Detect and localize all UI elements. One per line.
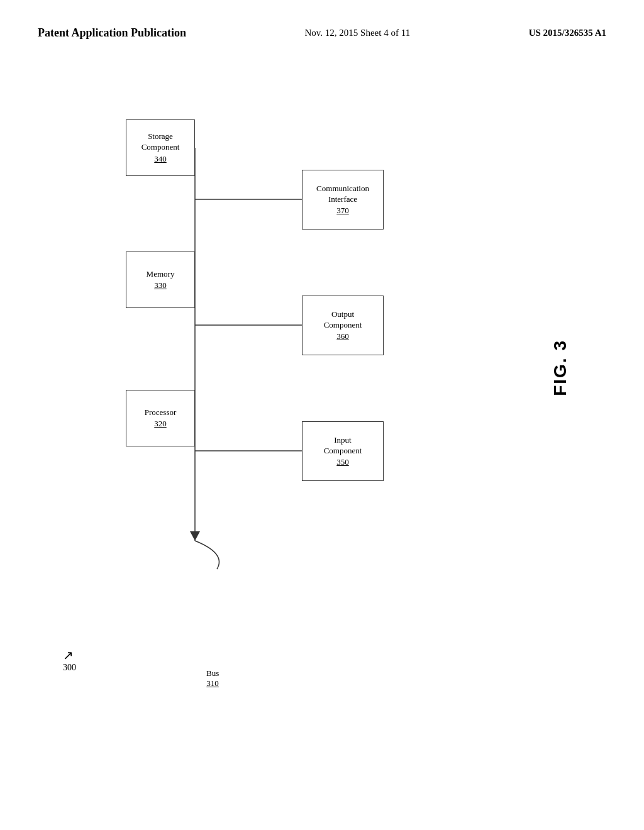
- communication-interface-box: CommunicationInterface 370: [302, 170, 384, 230]
- figure-label: FIG. 3: [549, 340, 572, 396]
- publication-title: Patent Application Publication: [38, 25, 186, 41]
- memory-label: Memory: [147, 269, 175, 280]
- sheet-info: Nov. 12, 2015 Sheet 4 of 11: [305, 25, 411, 40]
- system-arrow: ↗: [63, 648, 74, 662]
- bus-label: Bus 310: [206, 668, 219, 689]
- memory-box: Memory 330: [126, 252, 195, 308]
- bus-text: Bus: [206, 668, 219, 678]
- input-number: 350: [336, 457, 349, 467]
- storage-label: StorageComponent: [142, 131, 180, 153]
- comm-label: CommunicationInterface: [316, 184, 369, 205]
- fig-text: FIG. 3: [550, 340, 570, 396]
- storage-component-box: StorageComponent 340: [126, 119, 195, 176]
- diagram-area: StorageComponent 340 Memory 330 Processo…: [50, 101, 591, 761]
- processor-box: Processor 320: [126, 390, 195, 446]
- input-label: InputComponent: [324, 435, 362, 456]
- system-number: 300: [63, 663, 76, 672]
- system-label: ↗ 300: [63, 648, 76, 673]
- input-component-box: InputComponent 350: [302, 421, 384, 481]
- bus-number: 310: [206, 678, 219, 689]
- memory-number: 330: [154, 280, 167, 290]
- storage-number: 340: [154, 154, 167, 164]
- patent-number: US 2015/326535 A1: [529, 25, 606, 40]
- processor-label: Processor: [145, 407, 177, 418]
- output-component-box: OutputComponent 360: [302, 296, 384, 355]
- page-header: Patent Application Publication Nov. 12, …: [0, 0, 644, 41]
- output-label: OutputComponent: [324, 309, 362, 331]
- output-number: 360: [336, 331, 349, 341]
- comm-number: 370: [336, 206, 349, 216]
- processor-number: 320: [154, 419, 167, 429]
- svg-marker-1: [190, 531, 200, 541]
